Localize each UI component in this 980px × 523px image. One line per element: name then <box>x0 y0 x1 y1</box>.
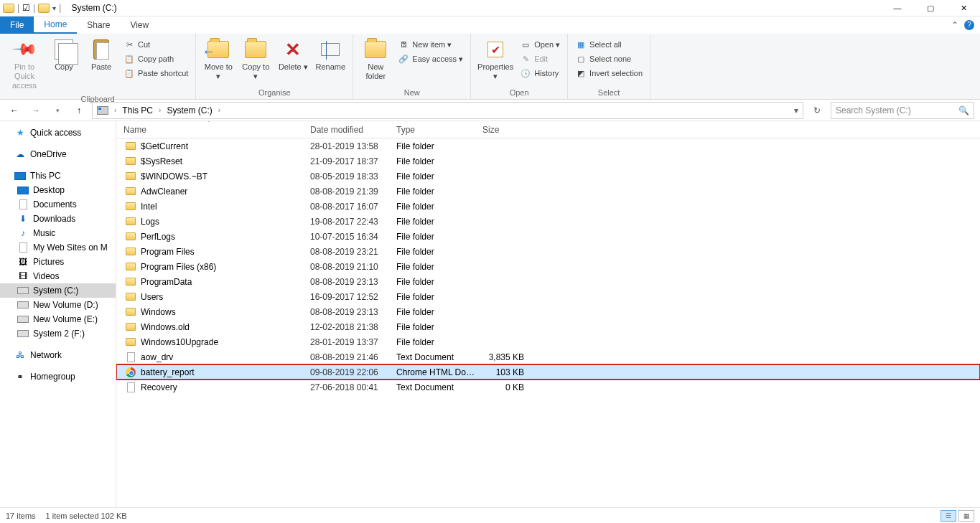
new-item-button[interactable]: 🖺New item ▾ <box>395 38 466 51</box>
sidebar-item[interactable]: Documents <box>0 197 116 212</box>
sidebar-network[interactable]: 🖧Network <box>0 348 116 362</box>
easy-access-button[interactable]: 🔗Easy access ▾ <box>395 52 466 65</box>
rename-button[interactable]: Rename <box>312 35 348 75</box>
sidebar-item-label: New Volume (D:) <box>33 300 98 310</box>
delete-button[interactable]: ✕ Delete ▾ <box>275 35 311 75</box>
address-dropdown-icon[interactable]: ▾ <box>791 105 801 116</box>
homegroup-icon: ⚭ <box>14 371 26 382</box>
tab-share[interactable]: Share <box>77 17 120 34</box>
close-button[interactable]: ✕ <box>947 0 980 17</box>
col-date[interactable]: Date modified <box>303 121 389 138</box>
file-row[interactable]: PerfLogs10-07-2015 16:34File folder <box>116 229 980 244</box>
address-bar[interactable]: › This PC › System (C:) › ▾ <box>92 102 803 119</box>
crumb-this-pc[interactable]: This PC <box>119 103 156 118</box>
sidebar-item[interactable]: ♪Music <box>0 226 116 240</box>
tab-view[interactable]: View <box>120 17 159 34</box>
file-row[interactable]: AdwCleaner08-08-2019 21:39File folder <box>116 184 980 199</box>
sidebar-item-label: Downloads <box>33 214 75 224</box>
sidebar-item[interactable]: New Volume (D:) <box>0 298 116 312</box>
folder-icon <box>126 278 136 286</box>
file-row[interactable]: $SysReset21-09-2017 18:37File folder <box>116 154 980 169</box>
file-row[interactable]: Users16-09-2017 12:52File folder <box>116 289 980 304</box>
cut-button[interactable]: ✂Cut <box>121 38 191 51</box>
file-row[interactable]: battery_report09-08-2019 22:06Chrome HTM… <box>116 364 980 380</box>
view-details-button[interactable]: ☰ <box>941 510 956 522</box>
col-type[interactable]: Type <box>389 121 475 138</box>
sidebar-homegroup[interactable]: ⚭Homegroup <box>0 369 116 384</box>
qat-dropdown-icon[interactable]: ▾ <box>52 4 56 12</box>
ribbon-collapse-icon[interactable]: ⌃ <box>951 20 958 30</box>
view-large-icons-button[interactable]: ▦ <box>958 510 974 522</box>
crumb-sep[interactable]: › <box>217 106 222 114</box>
qat-folder-icon[interactable] <box>38 4 50 13</box>
file-row[interactable]: Program Files08-08-2019 23:21File folder <box>116 244 980 259</box>
up-button[interactable]: ↑ <box>70 102 88 119</box>
sidebar-item-label: Videos <box>33 271 59 281</box>
file-list[interactable]: $GetCurrent28-01-2019 13:58File folder$S… <box>116 138 980 507</box>
file-row[interactable]: Windows.old12-02-2018 21:38File folder <box>116 319 980 334</box>
move-to-button[interactable]: ← Move to ▾ <box>200 35 236 84</box>
copy-button[interactable]: Copy <box>46 35 82 75</box>
qat-checkbox-icon[interactable]: ☑ <box>22 3 30 13</box>
select-all-button[interactable]: ▦Select all <box>572 38 645 51</box>
tab-home[interactable]: Home <box>34 17 77 34</box>
select-none-button[interactable]: ▢Select none <box>572 52 645 65</box>
history-button[interactable]: 🕓History <box>517 67 563 80</box>
sidebar-item[interactable]: Desktop <box>0 183 116 197</box>
file-row[interactable]: Intel08-08-2017 16:07File folder <box>116 199 980 214</box>
sidebar-item[interactable]: System (C:) <box>0 283 116 298</box>
back-button[interactable]: ← <box>6 102 23 119</box>
paste-button[interactable]: Paste <box>83 35 119 75</box>
pin-to-quick-access-button[interactable]: 📌 Pin to Quick access <box>4 35 45 93</box>
crumb-sep[interactable]: › <box>113 106 118 114</box>
file-row[interactable]: Recovery27-06-2018 00:41Text Document0 K… <box>116 380 980 395</box>
forward-button[interactable]: → <box>27 102 45 119</box>
file-row[interactable]: Windows10Upgrade28-01-2019 13:37File fol… <box>116 334 980 349</box>
file-row[interactable]: $GetCurrent28-01-2019 13:58File folder <box>116 138 980 154</box>
file-row[interactable]: Windows08-08-2019 23:13File folder <box>116 304 980 319</box>
sidebar-this-pc[interactable]: This PC <box>0 169 116 183</box>
new-folder-button[interactable]: New folder <box>358 35 393 84</box>
help-icon[interactable]: ? <box>964 20 974 30</box>
properties-button[interactable]: ✔ Properties ▾ <box>475 35 515 84</box>
sidebar-item[interactable]: 🎞Videos <box>0 269 116 283</box>
edit-button[interactable]: ✎Edit <box>517 52 563 65</box>
file-row[interactable]: aow_drv08-08-2019 21:46Text Document3,83… <box>116 349 980 364</box>
sidebar-item[interactable]: ⬇Downloads <box>0 212 116 226</box>
history-icon: 🕓 <box>520 67 531 79</box>
sidebar-onedrive[interactable]: ☁OneDrive <box>0 147 116 161</box>
nav-pane[interactable]: ★Quick access ☁OneDrive This PC DesktopD… <box>0 121 116 507</box>
file-size: 3,835 KB <box>475 352 533 362</box>
maximize-button[interactable]: ▢ <box>914 0 947 17</box>
search-placeholder: Search System (C:) <box>836 105 911 116</box>
invert-selection-button[interactable]: ◩Invert selection <box>572 67 645 80</box>
drive-icon <box>17 316 29 323</box>
copy-to-button[interactable]: Copy to ▾ <box>238 35 274 84</box>
col-name[interactable]: Name˄ <box>116 121 303 138</box>
file-name: Intel <box>141 202 157 212</box>
recent-dropdown[interactable]: ▾ <box>49 102 66 119</box>
folder-icon <box>126 217 136 225</box>
search-input[interactable]: Search System (C:) 🔍 <box>831 102 974 119</box>
group-label-open: Open <box>475 87 563 99</box>
file-row[interactable]: Logs19-08-2017 22:43File folder <box>116 214 980 229</box>
sidebar-item[interactable]: My Web Sites on M <box>0 240 116 255</box>
file-row[interactable]: Program Files (x86)08-08-2019 21:10File … <box>116 259 980 274</box>
file-name: aow_drv <box>141 352 173 362</box>
minimize-button[interactable]: — <box>881 0 914 17</box>
file-row[interactable]: $WINDOWS.~BT08-05-2019 18:33File folder <box>116 169 980 184</box>
crumb-system-c[interactable]: System (C:) <box>164 103 215 118</box>
tab-file[interactable]: File <box>0 17 34 34</box>
sidebar-item[interactable]: 🖼Pictures <box>0 255 116 269</box>
sidebar-quick-access[interactable]: ★Quick access <box>0 126 116 140</box>
paste-shortcut-button[interactable]: 📋Paste shortcut <box>121 67 191 80</box>
open-button[interactable]: ▭Open ▾ <box>517 38 563 51</box>
file-type: File folder <box>389 307 475 317</box>
sidebar-item[interactable]: System 2 (F:) <box>0 326 116 341</box>
copy-path-button[interactable]: 📋Copy path <box>121 52 191 65</box>
sidebar-item[interactable]: New Volume (E:) <box>0 312 116 326</box>
file-row[interactable]: ProgramData08-08-2019 23:13File folder <box>116 274 980 289</box>
col-size[interactable]: Size <box>475 121 533 138</box>
refresh-button[interactable]: ↻ <box>808 102 826 119</box>
crumb-sep[interactable]: › <box>157 106 162 114</box>
